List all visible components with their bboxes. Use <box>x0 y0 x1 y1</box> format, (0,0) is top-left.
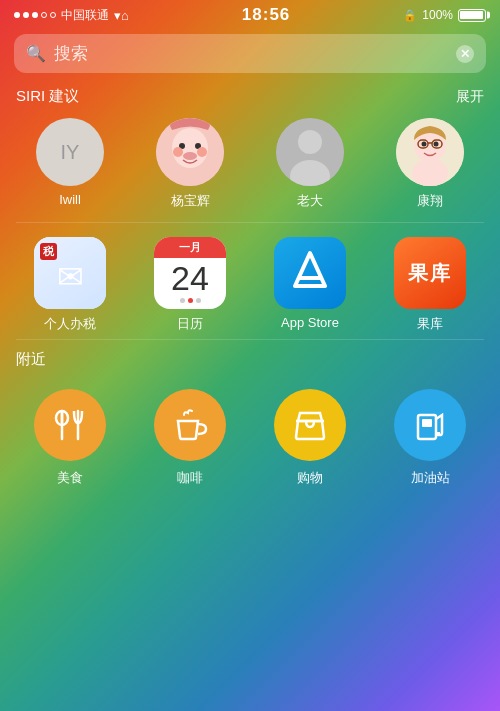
siri-expand-button[interactable]: 展开 <box>456 88 484 106</box>
app-guoku[interactable]: 果库 果库 <box>385 237 475 333</box>
tax-envelope-icon: ✉ <box>57 258 84 296</box>
battery-bar <box>458 9 486 22</box>
appstore-svg <box>285 248 335 298</box>
status-bar: 中国联通 ▾⌂ 18:56 🔒 100% <box>0 0 500 28</box>
signal-dot-1 <box>14 12 20 18</box>
tax-icon-inner: 税 ✉ <box>34 237 106 309</box>
tax-badge: 税 <box>40 243 57 260</box>
nearby-shop[interactable]: 购物 <box>265 389 355 487</box>
svg-point-12 <box>422 142 427 147</box>
nearby-label-food: 美食 <box>57 469 83 487</box>
nearby-label-gas: 加油站 <box>411 469 450 487</box>
avatar-initials-iwill: IY <box>61 141 80 164</box>
svg-point-5 <box>173 147 183 157</box>
contact-iwill[interactable]: IY Iwill <box>25 118 115 210</box>
app-label-calendar: 日历 <box>177 315 203 333</box>
nearby-coffee[interactable]: 咖啡 <box>145 389 235 487</box>
nearby-icon-food <box>34 389 106 461</box>
nearby-icon-coffee <box>154 389 226 461</box>
svg-point-4 <box>183 152 197 160</box>
siri-section-header: SIRI 建议 展开 <box>0 83 500 114</box>
signal-dot-2 <box>23 12 29 18</box>
calendar-day: 24 <box>154 258 226 298</box>
search-clear-button[interactable]: ✕ <box>456 45 474 63</box>
nearby-gas[interactable]: 加油站 <box>385 389 475 487</box>
app-icon-appstore <box>274 237 346 309</box>
nearby-icon-shop <box>274 389 346 461</box>
cal-dot-2 <box>188 298 193 303</box>
yang-avatar-svg <box>156 118 224 186</box>
signal-dot-3 <box>32 12 38 18</box>
nearby-section-header: 附近 <box>0 346 500 377</box>
gas-icon-svg <box>412 407 448 443</box>
contact-name-iwill: Iwill <box>59 192 81 207</box>
nearby-section: 附近 美食 <box>0 346 500 497</box>
contact-avatar-yang <box>156 118 224 186</box>
app-label-appstore: App Store <box>281 315 339 330</box>
svg-point-8 <box>298 130 322 154</box>
contact-laoda[interactable]: 老大 <box>265 118 355 210</box>
nearby-label-coffee: 咖啡 <box>177 469 203 487</box>
contact-name-yang: 杨宝辉 <box>171 192 210 210</box>
contact-avatar-laoda <box>276 118 344 186</box>
calendar-month: 一月 <box>154 237 226 258</box>
svg-rect-25 <box>422 419 432 427</box>
carrier-label: 中国联通 <box>61 7 109 24</box>
nearby-row: 美食 咖啡 <box>0 377 500 497</box>
search-icon: 🔍 <box>26 44 46 63</box>
calendar-icon-inner: 一月 24 <box>154 237 226 309</box>
cal-dot-1 <box>180 298 185 303</box>
guoku-icon-inner: 果库 <box>394 237 466 309</box>
apps-row: 税 ✉ 个人办税 一月 24 日历 <box>0 223 500 339</box>
coffee-icon-svg <box>172 407 208 443</box>
battery-fill <box>460 11 483 19</box>
app-icon-guoku: 果库 <box>394 237 466 309</box>
app-calendar[interactable]: 一月 24 日历 <box>145 237 235 333</box>
contact-yang[interactable]: 杨宝辉 <box>145 118 235 210</box>
nearby-section-title: 附近 <box>16 350 46 369</box>
food-icon-svg <box>52 407 88 443</box>
contact-kang[interactable]: 康翔 <box>385 118 475 210</box>
battery-percent: 100% <box>422 8 453 22</box>
shop-icon-svg <box>292 407 328 443</box>
nearby-label-shop: 购物 <box>297 469 323 487</box>
cal-dot-3 <box>196 298 201 303</box>
signal-dots <box>14 12 56 18</box>
signal-dot-4 <box>41 12 47 18</box>
time-display: 18:56 <box>242 5 290 25</box>
nearby-icon-gas <box>394 389 466 461</box>
nearby-food[interactable]: 美食 <box>25 389 115 487</box>
laoda-avatar-svg <box>276 118 344 186</box>
siri-section-title: SIRI 建议 <box>16 87 79 106</box>
contact-name-kang: 康翔 <box>417 192 443 210</box>
contact-avatar-kang <box>396 118 464 186</box>
app-label-guoku: 果库 <box>417 315 443 333</box>
search-bar[interactable]: 🔍 搜索 ✕ <box>14 34 486 73</box>
app-appstore[interactable]: App Store <box>265 237 355 333</box>
lock-icon: 🔒 <box>403 9 417 22</box>
status-left: 中国联通 ▾⌂ <box>14 7 129 24</box>
kang-avatar-svg <box>396 118 464 186</box>
contact-name-laoda: 老大 <box>297 192 323 210</box>
appstore-icon-symbol <box>285 248 335 298</box>
svg-point-6 <box>197 147 207 157</box>
app-icon-tax: 税 ✉ <box>34 237 106 309</box>
status-right: 🔒 100% <box>403 8 486 22</box>
calendar-dots <box>154 298 226 309</box>
signal-dot-5 <box>50 12 56 18</box>
wifi-icon: ▾⌂ <box>114 8 129 23</box>
app-icon-calendar: 一月 24 <box>154 237 226 309</box>
siri-contacts-row: IY Iwill 杨宝辉 <box>0 114 500 222</box>
svg-point-17 <box>412 159 448 186</box>
search-placeholder: 搜索 <box>54 42 448 65</box>
battery-indicator <box>458 9 486 22</box>
app-label-tax: 个人办税 <box>44 315 96 333</box>
app-tax[interactable]: 税 ✉ 个人办税 <box>25 237 115 333</box>
section-divider-2 <box>16 339 484 340</box>
svg-point-13 <box>434 142 439 147</box>
contact-avatar-iwill: IY <box>36 118 104 186</box>
